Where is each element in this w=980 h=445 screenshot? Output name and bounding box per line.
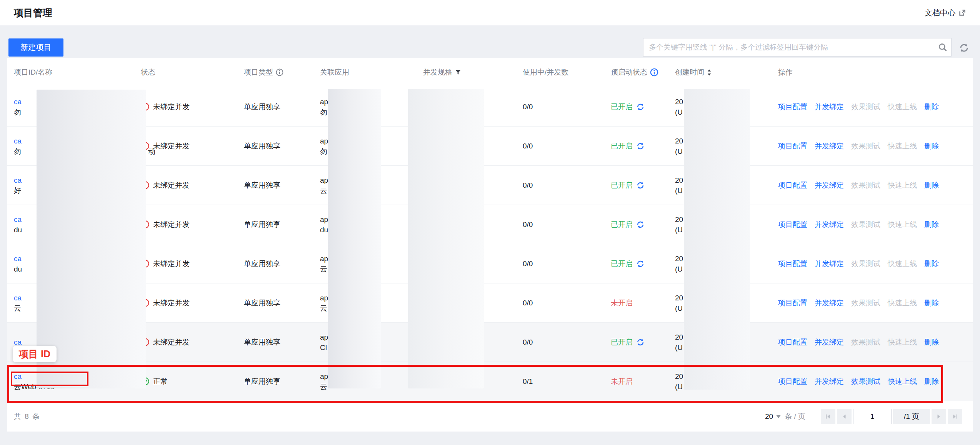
action-project-config[interactable]: 项目配置 <box>778 337 807 347</box>
project-id-link[interactable]: ca <box>14 294 22 302</box>
action-delete[interactable]: 删除 <box>924 219 939 230</box>
table-row: ca du 未绑定并发 单应用独享 ap du S- 0/0 已开启 20 (U… <box>7 205 973 244</box>
doc-center-link[interactable]: 文档中心 <box>925 8 966 18</box>
project-type: 单应用独享 <box>244 298 320 308</box>
project-id-link[interactable]: ca <box>14 137 22 145</box>
next-page-button[interactable] <box>932 409 946 424</box>
status-cell: 未绑定并发 <box>141 219 244 230</box>
project-id-link[interactable]: ca <box>14 215 22 223</box>
action-quick-launch: 快速上线 <box>888 258 917 269</box>
doc-center-label: 文档中心 <box>925 8 955 18</box>
prelaunch-text: 已开启 <box>611 141 633 151</box>
project-name-extra: 动 <box>148 146 155 157</box>
prelaunch-refresh-icon[interactable] <box>636 181 645 190</box>
status-cell: 正常 <box>141 376 244 387</box>
search-icon[interactable] <box>934 42 951 52</box>
project-id-link[interactable]: ca <box>14 372 22 380</box>
prelaunch-refresh-icon[interactable] <box>636 142 645 150</box>
prelaunch-cell: 未开启 <box>611 298 675 308</box>
project-name: 云 <box>14 304 21 312</box>
col-prelaunch-status: 预启动状态 <box>611 67 675 77</box>
table-header-row: 项目ID/名称 状态 项目类型 关联应用 并发规格 使用中/并发数 预启动状态 … <box>7 58 973 87</box>
col-in-use-concurrency: 使用中/并发数 <box>523 67 611 77</box>
action-concurrency-binding[interactable]: 并发绑定 <box>815 298 844 308</box>
prelaunch-cell: 已开启 <box>611 141 675 151</box>
status-text: 未绑定并发 <box>153 298 190 308</box>
project-id-link[interactable]: ca <box>14 338 22 346</box>
action-concurrency-binding[interactable]: 并发绑定 <box>815 337 844 347</box>
action-delete[interactable]: 删除 <box>924 180 939 190</box>
prelaunch-refresh-icon[interactable] <box>636 338 645 347</box>
action-project-config[interactable]: 项目配置 <box>778 298 807 308</box>
new-project-button[interactable]: 新建项目 <box>8 38 63 57</box>
action-effect-test: 效果测试 <box>851 219 880 230</box>
action-delete[interactable]: 删除 <box>924 141 939 151</box>
action-quick-launch: 快速上线 <box>888 141 917 151</box>
usage: 0/0 <box>523 298 611 308</box>
action-concurrency-binding[interactable]: 并发绑定 <box>815 102 844 112</box>
action-delete[interactable]: 删除 <box>924 298 939 308</box>
table-row: ca 好 未绑定并发 单应用独享 ap 云 4 0/0 已开启 20 (U 项目… <box>7 166 973 205</box>
action-project-config[interactable]: 项目配置 <box>778 376 807 387</box>
redaction-blur-name <box>37 90 146 388</box>
action-delete[interactable]: 删除 <box>924 102 939 112</box>
action-quick-launch: 快速上线 <box>888 219 917 230</box>
project-management-page: 项目管理 文档中心 新建项目 项目ID/名称 状态 项目类型 关联应用 并发规格 <box>0 0 980 445</box>
action-project-config[interactable]: 项目配置 <box>778 219 807 230</box>
action-project-config[interactable]: 项目配置 <box>778 141 807 151</box>
prev-page-button[interactable] <box>837 409 852 424</box>
action-effect-test: 效果测试 <box>851 180 880 190</box>
action-concurrency-binding[interactable]: 并发绑定 <box>815 141 844 151</box>
prelaunch-refresh-icon[interactable] <box>636 103 645 111</box>
usage: 0/0 <box>523 219 611 230</box>
redaction-blur-spec <box>408 89 484 388</box>
filter-icon[interactable] <box>455 69 461 75</box>
project-id-link[interactable]: ca <box>14 176 22 184</box>
actions-cell: 项目配置并发绑定效果测试快速上线删除 <box>778 219 973 230</box>
prelaunch-text: 已开启 <box>611 337 633 347</box>
actions-cell: 项目配置并发绑定效果测试快速上线删除 <box>778 102 973 112</box>
page-number-input[interactable] <box>853 409 892 424</box>
action-quick-launch: 快速上线 <box>888 298 917 308</box>
prelaunch-text: 已开启 <box>611 219 633 230</box>
page-size-select[interactable]: 20 <box>765 412 781 421</box>
refresh-list-icon[interactable] <box>957 40 971 55</box>
status-text: 未绑定并发 <box>153 141 190 151</box>
actions-cell: 项目配置并发绑定效果测试快速上线删除 <box>778 141 973 151</box>
status-cell: 未绑定并发 <box>141 141 244 151</box>
action-delete[interactable]: 删除 <box>924 376 939 387</box>
prelaunch-cell: 已开启 <box>611 219 675 230</box>
usage: 0/0 <box>523 180 611 190</box>
prelaunch-refresh-icon[interactable] <box>636 260 645 268</box>
last-page-button[interactable] <box>948 409 962 424</box>
col-associated-app: 关联应用 <box>320 67 423 77</box>
action-concurrency-binding[interactable]: 并发绑定 <box>815 180 844 190</box>
project-type: 单应用独享 <box>244 376 320 387</box>
prelaunch-refresh-icon[interactable] <box>636 220 645 229</box>
sort-icon[interactable] <box>707 69 712 76</box>
action-project-config[interactable]: 项目配置 <box>778 102 807 112</box>
action-concurrency-binding[interactable]: 并发绑定 <box>815 376 844 387</box>
action-project-config[interactable]: 项目配置 <box>778 258 807 269</box>
action-effect-test[interactable]: 效果测试 <box>851 376 880 387</box>
action-quick-launch: 快速上线 <box>888 337 917 347</box>
project-id-link[interactable]: ca <box>14 255 22 263</box>
pagination: /1 页 <box>821 409 962 424</box>
first-page-button[interactable] <box>821 409 835 424</box>
usage: 0/0 <box>523 337 611 347</box>
action-quick-launch[interactable]: 快速上线 <box>888 376 917 387</box>
status-cell: 未绑定并发 <box>141 180 244 190</box>
project-name: 勿 <box>14 147 21 155</box>
info-icon[interactable] <box>276 68 283 76</box>
redaction-blur-time <box>684 89 750 390</box>
project-name: du <box>14 226 22 234</box>
action-concurrency-binding[interactable]: 并发绑定 <box>815 258 844 269</box>
action-delete[interactable]: 删除 <box>924 258 939 269</box>
action-project-config[interactable]: 项目配置 <box>778 180 807 190</box>
col-create-time[interactable]: 创建时间 <box>675 67 778 77</box>
search-input[interactable] <box>643 38 934 56</box>
project-id-link[interactable]: ca <box>14 98 22 106</box>
info-blue-icon[interactable] <box>650 68 658 77</box>
action-delete[interactable]: 删除 <box>924 337 939 347</box>
action-concurrency-binding[interactable]: 并发绑定 <box>815 219 844 230</box>
